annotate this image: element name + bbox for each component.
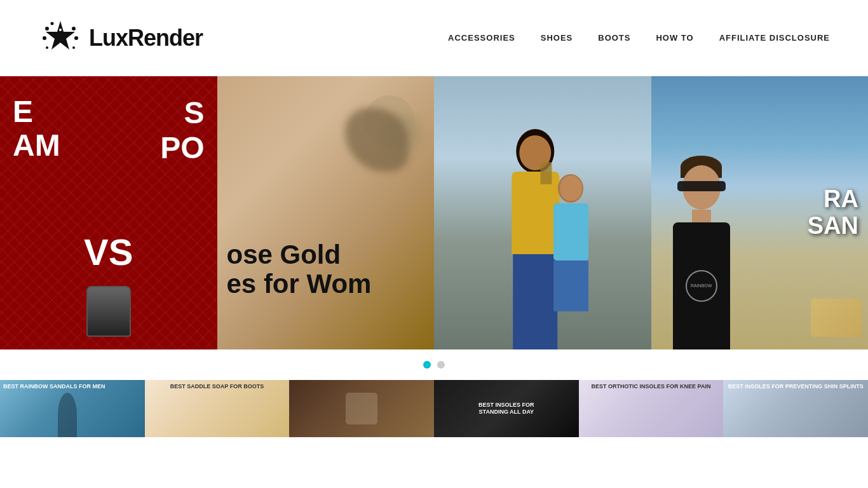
slide-panel-1[interactable]: EAM SPO VS — [0, 76, 217, 349]
thumbnail-5[interactable]: BEST ORTHOTIC INSOLES FOR KNEE PAIN — [579, 380, 724, 437]
svg-point-0 — [43, 36, 46, 40]
logo-icon — [38, 16, 83, 60]
thumb4-bg: Best Insoles for Standing All Day — [434, 380, 579, 437]
thumb5-label: BEST ORTHOTIC INSOLES FOR KNEE PAIN — [582, 383, 721, 390]
svg-marker-4 — [46, 21, 75, 50]
nav-shoes[interactable]: SHOES — [541, 33, 573, 43]
thumb3-bg — [289, 380, 434, 437]
slide1-right-text: SPO — [160, 95, 204, 165]
thumb6-label: Best Insoles for Preventing Shin Splints — [726, 383, 865, 390]
thumbnail-6[interactable]: Best Insoles for Preventing Shin Splints — [723, 380, 868, 437]
oil-bottle — [540, 162, 552, 184]
thumbnail-3[interactable] — [289, 380, 434, 437]
slide-panel-2[interactable]: ose Goldes for Wom — [217, 76, 435, 349]
thumb5-bg: BEST ORTHOTIC INSOLES FOR KNEE PAIN — [579, 380, 724, 437]
thumbnail-4[interactable]: Best Insoles for Standing All Day — [434, 380, 579, 437]
logo-area[interactable]: LuxRender — [38, 16, 203, 60]
shoe-can-icon — [86, 286, 131, 337]
slide1-left-text: EAM — [13, 95, 60, 163]
svg-point-2 — [46, 46, 48, 49]
slider-track: EAM SPO VS ose G — [0, 76, 868, 349]
main-nav: ACCESSORIES SHOES BOOTS HOW TO AFFILIATE… — [448, 33, 830, 43]
slider-dot-1[interactable] — [423, 361, 431, 369]
slide-panel-4[interactable]: RAINBOW RA SAN — [651, 76, 869, 349]
svg-point-1 — [45, 27, 49, 30]
slide2-text-overlay: ose Goldes for Wom — [227, 240, 428, 299]
svg-point-5 — [59, 29, 62, 31]
slider-pagination — [0, 349, 868, 380]
sandal-item — [811, 299, 862, 337]
svg-point-8 — [72, 46, 75, 49]
svg-point-3 — [51, 22, 54, 25]
nav-boots[interactable]: BOOTS — [598, 33, 630, 43]
svg-point-6 — [74, 36, 78, 40]
child-figure — [553, 174, 588, 311]
slide-panel-3[interactable] — [434, 76, 651, 349]
nav-affiliate-disclosure[interactable]: AFFILIATE DISCLOSURE — [719, 33, 830, 43]
thumb1-label: BEST RAINBOW SANDALS FOR MEN — [3, 383, 105, 390]
thumbnail-grid: BEST RAINBOW SANDALS FOR MEN BEST SADDLE… — [0, 380, 868, 437]
thumb2-bg: BEST SADDLE SOAP FOR BOOTS — [145, 380, 290, 437]
slide2-text: ose Goldes for Wom — [227, 240, 428, 299]
slide1-vs-text: VS — [84, 231, 133, 273]
nav-how-to[interactable]: HOW TO — [656, 33, 693, 43]
thumb6-bg: Best Insoles for Preventing Shin Splints — [723, 380, 868, 437]
thumb3-item — [346, 393, 377, 424]
thumbnail-1[interactable]: BEST RAINBOW SANDALS FOR MEN — [0, 380, 145, 437]
thumb1-figure — [58, 393, 77, 437]
thumb1-bg: BEST RAINBOW SANDALS FOR MEN — [0, 380, 145, 437]
site-header: LuxRender ACCESSORIES SHOES BOOTS HOW TO… — [0, 0, 868, 76]
man-figure: RAINBOW — [673, 156, 730, 349]
thumb2-label: BEST SADDLE SOAP FOR BOOTS — [148, 383, 287, 390]
svg-point-7 — [72, 27, 76, 30]
thumbnail-2[interactable]: BEST SADDLE SOAP FOR BOOTS — [145, 380, 290, 437]
featured-slider: EAM SPO VS ose G — [0, 76, 868, 349]
nav-accessories[interactable]: ACCESSORIES — [448, 33, 515, 43]
slide4-right-text: RA SAN — [808, 186, 858, 240]
slider-dot-2[interactable] — [437, 361, 445, 369]
site-logo-text: LuxRender — [89, 25, 203, 51]
thumb4-label: Best Insoles for Standing All Day — [470, 402, 543, 416]
mother-figure — [512, 129, 559, 349]
